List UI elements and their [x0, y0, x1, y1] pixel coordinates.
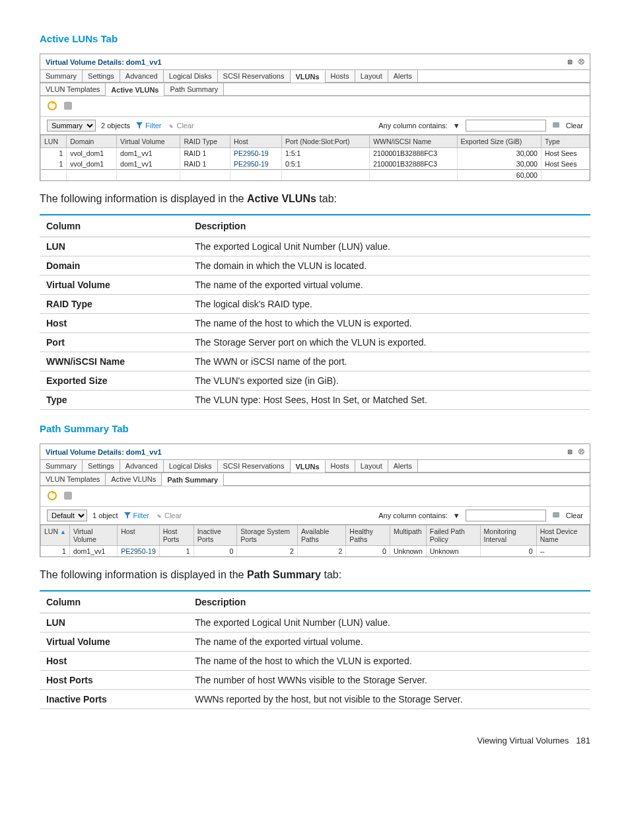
chevron-down-icon[interactable]: ▼: [453, 122, 460, 130]
col-storage-ports[interactable]: Storage System Ports: [237, 525, 298, 546]
tab-summary[interactable]: Summary: [40, 70, 83, 82]
collapse-down-icon[interactable]: ⦼: [578, 447, 584, 455]
refresh-icon[interactable]: [47, 100, 57, 112]
filter-bar: Default 1 object Filter Clear Any column…: [40, 507, 590, 525]
tab-advanced[interactable]: Advanced: [120, 70, 164, 82]
doc-head-column: Column: [40, 591, 188, 613]
col-multipath[interactable]: Multipath: [390, 525, 426, 546]
collapse-up-icon[interactable]: ⦻: [567, 57, 574, 65]
intro-path-summary: The following information is displayed i…: [40, 569, 590, 581]
col-monitoring-interval[interactable]: Monitoring Interval: [480, 525, 536, 546]
tab-vlun-templates[interactable]: VLUN Templates: [40, 473, 106, 485]
filter-link[interactable]: Filter: [135, 122, 161, 130]
col-available-paths[interactable]: Available Paths: [297, 525, 345, 546]
page-footer: Viewing Virtual Volumes 181: [40, 736, 590, 745]
col-virtual-volume[interactable]: Virtual Volume: [69, 525, 117, 546]
panel-title-text: Virtual Volume Details: dom1_vv1: [46, 58, 162, 66]
active-vluns-grid: LUN Domain Virtual Volume RAID Type Host…: [40, 135, 590, 180]
tab-row-top: Summary Settings Advanced Logical Disks …: [40, 69, 590, 83]
tab-settings[interactable]: Settings: [83, 460, 120, 472]
svg-rect-5: [553, 512, 559, 517]
filter-icon[interactable]: [63, 490, 73, 502]
tab-alerts[interactable]: Alerts: [388, 460, 418, 472]
tab-layout[interactable]: Layout: [355, 460, 388, 472]
tab-advanced[interactable]: Advanced: [120, 460, 164, 472]
section-title-path-summary: Path Summary Tab: [40, 423, 590, 434]
clear-left[interactable]: Clear: [155, 512, 182, 519]
filter-input[interactable]: [466, 510, 546, 521]
col-failed-policy[interactable]: Failed Path Policy: [426, 525, 480, 546]
col-exported-size[interactable]: Exported Size (GiB): [457, 135, 541, 148]
filter-link[interactable]: Filter: [123, 512, 149, 519]
col-wwn[interactable]: WWN/iSCSI Name: [370, 135, 457, 148]
filter-icon[interactable]: [63, 100, 73, 112]
col-virtual-volume[interactable]: Virtual Volume: [117, 135, 180, 148]
tab-vluns[interactable]: VLUNs: [291, 71, 326, 83]
tab-settings[interactable]: Settings: [83, 70, 120, 82]
tab-hosts[interactable]: Hosts: [326, 460, 355, 472]
collapse-up-icon[interactable]: ⦻: [567, 447, 574, 455]
intro-active-vluns: The following information is displayed i…: [40, 193, 590, 205]
chevron-down-icon[interactable]: ▼: [453, 512, 460, 519]
filter-mode-select[interactable]: Default: [47, 510, 87, 521]
panel-title-text: Virtual Volume Details: dom1_vv1: [46, 448, 162, 456]
object-count: 2 objects: [101, 122, 130, 130]
doc-head-description: Description: [188, 215, 590, 237]
filter-input[interactable]: [466, 120, 546, 132]
object-count: 1 object: [92, 512, 118, 519]
tab-summary[interactable]: Summary: [40, 460, 83, 472]
section-title-active-luns: Active LUNs Tab: [40, 33, 590, 44]
table-row[interactable]: 1 vvol_dom1 dom1_vv1 RAID 1 PE2950-19 1:…: [41, 148, 590, 159]
tab-hosts[interactable]: Hosts: [326, 70, 355, 82]
tab-active-vluns[interactable]: Active VLUNs: [106, 84, 164, 96]
tab-vluns[interactable]: VLUNs: [291, 461, 326, 473]
tab-row-sub: VLUN Templates Active VLUNs Path Summary: [40, 473, 590, 486]
tab-active-vluns[interactable]: Active VLUNs: [106, 473, 162, 485]
collapse-down-icon[interactable]: ⦼: [578, 57, 584, 65]
book-icon[interactable]: [551, 120, 561, 131]
clear-right[interactable]: Clear: [566, 512, 583, 519]
col-lun[interactable]: LUN: [41, 135, 67, 148]
icon-strip: [40, 96, 590, 117]
clear-left[interactable]: Clear: [166, 122, 193, 130]
col-raid-type[interactable]: RAID Type: [180, 135, 230, 148]
clear-right[interactable]: Clear: [566, 122, 583, 130]
col-inactive-ports[interactable]: Inactive Ports: [193, 525, 237, 546]
col-host[interactable]: Host: [118, 525, 160, 546]
col-lun[interactable]: LUN▲: [41, 525, 70, 546]
col-port[interactable]: Port (Node:Slot:Port): [282, 135, 370, 148]
tab-row-sub: VLUN Templates Active VLUNs Path Summary: [40, 83, 590, 96]
tab-vlun-templates[interactable]: VLUN Templates: [40, 83, 106, 95]
book-icon[interactable]: [551, 510, 561, 521]
doc-table-active-vluns: Column Description LUNThe exported Logic…: [40, 214, 590, 410]
tab-path-summary[interactable]: Path Summary: [164, 83, 224, 95]
tab-scsi-reservations[interactable]: SCSI Reservations: [218, 70, 291, 82]
table-row[interactable]: 1 vvol_dom1 dom1_vv1 RAID 1 PE2950-19 0:…: [41, 159, 590, 170]
col-healthy-paths[interactable]: Healthy Paths: [346, 525, 390, 546]
col-domain[interactable]: Domain: [67, 135, 117, 148]
sort-asc-icon: ▲: [60, 529, 66, 535]
tab-scsi-reservations[interactable]: SCSI Reservations: [218, 460, 291, 472]
contains-label: Any column contains:: [378, 512, 448, 519]
refresh-icon[interactable]: [47, 490, 57, 502]
svg-rect-4: [64, 492, 72, 500]
col-host-device-name[interactable]: Host Device Name: [536, 525, 589, 546]
panel-path-summary: Virtual Volume Details: dom1_vv1 ⦻ ⦼ Sum…: [40, 443, 590, 557]
table-total-row: 60,000: [41, 170, 590, 181]
col-host-ports[interactable]: Host Ports: [159, 525, 193, 546]
filter-mode-select[interactable]: Summary: [47, 120, 96, 132]
tab-logical-disks[interactable]: Logical Disks: [164, 70, 218, 82]
table-row[interactable]: 1 dom1_vv1 PE2950-19 1 0 2 2 0 Unknown U…: [41, 546, 590, 557]
path-summary-grid: LUN▲ Virtual Volume Host Host Ports Inac…: [40, 525, 590, 556]
col-type[interactable]: Type: [541, 135, 589, 148]
tab-alerts[interactable]: Alerts: [388, 70, 418, 82]
panel-active-vluns: Virtual Volume Details: dom1_vv1 ⦻ ⦼ Sum…: [40, 54, 590, 181]
doc-table-path-summary: Column Description LUNThe exported Logic…: [40, 590, 590, 709]
tab-layout[interactable]: Layout: [355, 70, 388, 82]
svg-rect-1: [64, 102, 72, 110]
tab-logical-disks[interactable]: Logical Disks: [164, 460, 218, 472]
doc-head-column: Column: [40, 215, 188, 237]
tab-path-summary[interactable]: Path Summary: [162, 474, 224, 486]
filter-bar: Summary 2 objects Filter Clear Any colum…: [40, 117, 590, 135]
col-host[interactable]: Host: [230, 135, 282, 148]
